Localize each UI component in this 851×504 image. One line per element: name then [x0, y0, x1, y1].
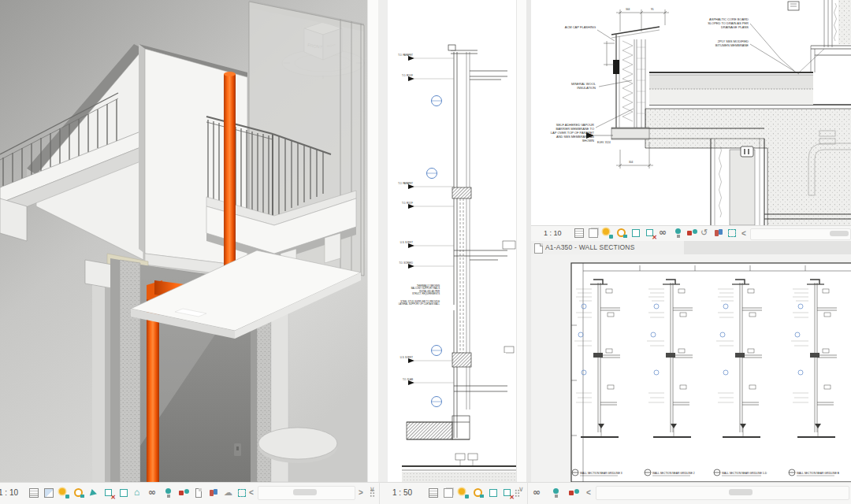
revit-window: FRONT RIGHT — [0, 0, 851, 504]
shadows-icon[interactable] — [73, 487, 84, 498]
hide-crop-icon[interactable]: ✕ — [645, 228, 656, 239]
crop-view-icon[interactable] — [630, 228, 641, 239]
vapour-barrier-note: SELF ADHERED VAPOUR BARRIER MEMBRANE TO … — [539, 123, 594, 143]
vscroll-down-arrow[interactable]: ∨ — [370, 485, 375, 493]
temp-hide-isolate-icon[interactable] — [551, 487, 562, 498]
sun-path-icon[interactable] — [602, 228, 613, 239]
detail-scale-label[interactable]: 1 : 10 — [544, 229, 562, 237]
svg-text:T.O. PARAPET: T.O. PARAPET — [398, 182, 413, 185]
temp-view-properties-icon[interactable]: ↺ — [700, 228, 711, 239]
displaced-elements-icon[interactable] — [713, 228, 724, 239]
membrane-note: 2PLY SBS MODIFIED BITUMEN MEMBRANE — [695, 39, 749, 47]
core-board-note: ASPHALTIC CORE BOARD SLOPED TO DRAIN AS … — [686, 17, 749, 29]
3d-hscrollbar-thumb[interactable] — [293, 489, 317, 495]
bar-collapse-chevron[interactable]: < — [249, 488, 254, 497]
sheet-hscrollbar-thumb[interactable] — [729, 489, 753, 495]
bar-collapse-chevron[interactable]: < — [741, 229, 746, 238]
shadows-icon[interactable] — [616, 228, 627, 239]
svg-text:95: 95 — [651, 8, 654, 11]
displaced-elements-icon[interactable] — [208, 487, 219, 498]
sheet-title-bar-tail — [684, 241, 851, 254]
caption-gridline-3: WALL SECTION NEAR GRIDLINE 3 — [580, 472, 622, 475]
reveal-hidden-icon[interactable]: ∞ — [659, 228, 670, 239]
svg-text:T.O. SLAB: T.O. SLAB — [403, 378, 413, 381]
visual-style-icon[interactable] — [588, 228, 599, 239]
svg-text:T.O. PARAPET: T.O. PARAPET — [398, 54, 413, 57]
detail-level-icon[interactable] — [28, 487, 39, 498]
sheet-icon — [534, 243, 543, 254]
temp-isolate-icon[interactable] — [568, 487, 579, 498]
svg-text:T.O. ROOF: T.O. ROOF — [402, 202, 413, 205]
wall-section-view-canvas[interactable]: T.O. PARAPET T.O. ROOF T.O. PARAPET T.O.… — [388, 0, 516, 482]
caption-gridline-2: WALL SECTION NEAR GRIDLINE 2 — [652, 472, 695, 475]
svg-text:T.O. SCREED: T.O. SCREED — [399, 261, 413, 265]
vscroll-down-arrow[interactable]: ∨ — [518, 485, 524, 493]
temp-hide-isolate-icon[interactable] — [163, 487, 174, 498]
hide-crop-icon[interactable]: ✕ — [502, 487, 513, 498]
scroll-right-chevron[interactable]: > — [359, 488, 363, 497]
3d-view-canvas[interactable]: FRONT RIGHT — [0, 0, 367, 482]
visual-style-icon[interactable] — [443, 487, 454, 498]
shadows-icon[interactable] — [473, 487, 484, 498]
crop-view-icon[interactable] — [488, 487, 499, 498]
svg-text:304: 304 — [629, 161, 634, 164]
section-view-vscrollbar[interactable] — [516, 0, 527, 482]
sheet-hscrollbar[interactable] — [596, 486, 849, 500]
bar-collapse-chevron[interactable]: < — [586, 488, 591, 497]
caption-gridline-b: WALL SECTION NEAR GRIDLINE B — [797, 472, 840, 475]
temp-isolate-icon[interactable] — [686, 228, 697, 239]
detail-view-canvas[interactable]: 344 95 304 ELEV. 3124 — [531, 0, 851, 225]
3d-view-vscrollbar[interactable] — [367, 0, 379, 482]
svg-text:344: 344 — [626, 8, 630, 11]
temp-view-properties-icon[interactable] — [193, 487, 204, 498]
sheet-view-canvas[interactable]: WALL SECTION NEAR GRIDLINE 3 WALL SECTIO… — [531, 254, 851, 482]
sun-path-icon[interactable] — [58, 487, 69, 498]
steel-stud-note: STEEL STUD SUPPLIER TO PROVIDE LATERAL S… — [391, 301, 440, 306]
visual-style-icon[interactable] — [43, 487, 54, 498]
caption-gridline-1d: WALL SECTION NEAR GRIDLINE 1-D — [722, 472, 767, 475]
detail-hscrollbar-thumb[interactable] — [830, 231, 849, 236]
sun-path-icon[interactable] — [458, 487, 469, 498]
temp-isolate-icon[interactable] — [178, 487, 189, 498]
selection-box-icon[interactable] — [727, 228, 738, 239]
svg-text:U.S. SOFFIT: U.S. SOFFIT — [400, 356, 413, 359]
detail-level-icon[interactable] — [574, 228, 585, 239]
crop-view-icon[interactable] — [88, 487, 99, 498]
section-scale-label[interactable]: 1 : 50 — [392, 488, 412, 497]
crop-region-icon[interactable] — [118, 487, 129, 498]
acm-flashing-note: ACM CAP FLASHING — [545, 25, 596, 29]
hide-crop-icon[interactable]: ✕ — [103, 487, 114, 498]
3d-scale-label[interactable]: 1 : 10 — [0, 488, 18, 497]
svg-text:T.O. ROOF: T.O. ROOF — [402, 74, 413, 77]
sheet-page: WALL SECTION NEAR GRIDLINE 3 WALL SECTIO… — [571, 263, 851, 482]
mineral-wool-note: MINERAL WOOL INSULATION — [552, 82, 596, 90]
svg-text:ELEV. 3124: ELEV. 3124 — [597, 141, 611, 144]
thermal-break-note: THERMALLY BROKEN BALCONY SUPPORT RAILS I… — [394, 285, 440, 296]
reveal-hidden-icon[interactable]: ∞ — [533, 487, 544, 498]
default-3d-view-icon[interactable]: ⌂ — [133, 487, 144, 498]
sheet-title[interactable]: A1-A350 - WALL SECTIONS — [545, 243, 635, 251]
reveal-constraints-icon[interactable]: ☁ — [223, 487, 234, 498]
svg-text:U.S. SOFFIT: U.S. SOFFIT — [400, 241, 413, 244]
reveal-hidden-icon[interactable]: ∞ — [148, 487, 159, 498]
detail-level-icon[interactable] — [428, 487, 439, 498]
temp-hide-isolate-icon[interactable] — [673, 228, 684, 239]
selection-box-icon[interactable] — [236, 487, 247, 498]
